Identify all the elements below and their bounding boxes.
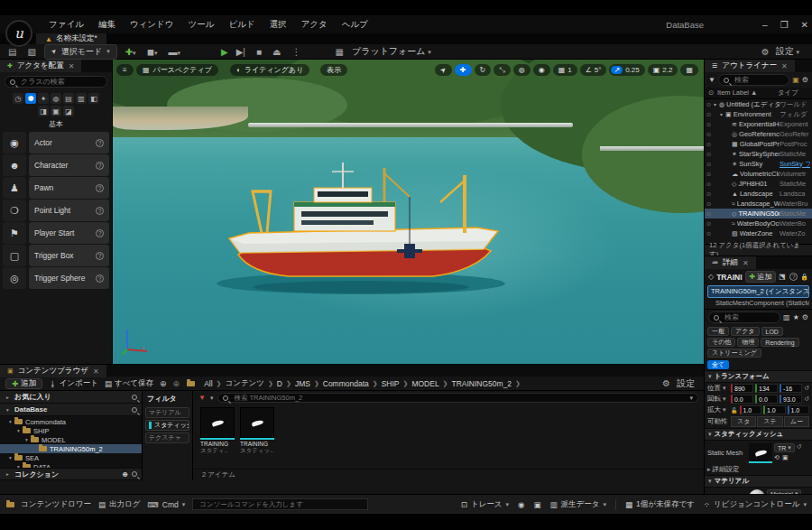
derived-data-dropdown[interactable]: ▥派生データ▾ <box>550 499 606 510</box>
add-content-button[interactable]: ✚追加 <box>5 378 42 389</box>
visibility-eye-icon[interactable]: ⊙ <box>706 161 714 167</box>
menu-item[interactable]: 編集 <box>91 17 123 33</box>
breadcrumb-item[interactable]: Commondata <box>323 379 369 388</box>
status-icon-1[interactable]: ◉ <box>518 500 524 509</box>
menu-item[interactable]: ウィンドウ <box>123 17 181 33</box>
output-log-button[interactable]: ▤出力ログ <box>98 499 140 510</box>
play-options-icon[interactable]: ⋮ <box>289 47 303 57</box>
folder-tree-row[interactable]: ▾ Commondata <box>0 417 142 426</box>
scale-z-field[interactable]: 1.0 <box>788 405 810 414</box>
show-dropdown[interactable]: 表示 <box>320 64 347 76</box>
outliner-row[interactable]: ⊙ ▧ WaterZone WaterZo <box>705 228 812 238</box>
outliner-row[interactable]: ⊙ ☁ VolumetricClou Volumetr <box>705 169 812 179</box>
save-all-button[interactable]: ▤すべて保存 <box>105 378 153 389</box>
actor-category-icon[interactable]: ◷ <box>13 93 23 104</box>
details-filter-chip[interactable]: Rendering <box>761 338 798 347</box>
actor-category-icon[interactable]: ▤ <box>63 93 74 104</box>
add-actor-icon[interactable]: ✚▾ <box>123 47 139 57</box>
visibility-eye-icon[interactable]: ⊙ <box>706 191 714 197</box>
asset-search[interactable]: ▾ <box>217 393 698 403</box>
surface-snap-toggle[interactable]: ◉ <box>533 64 550 76</box>
asset-tile[interactable]: TRAINING スタティ.. <box>200 407 235 466</box>
details-filter-chip[interactable]: LOD <box>761 327 783 336</box>
cinematics-icon[interactable]: ▬▾ <box>165 47 183 57</box>
breadcrumb-item[interactable]: TRAINING50m_2 <box>451 379 512 388</box>
outliner-search-input[interactable] <box>733 75 784 85</box>
eject-button[interactable]: ⏏ <box>270 47 283 57</box>
reset-icon[interactable]: ↺ <box>797 443 802 451</box>
details-search[interactable] <box>708 311 780 323</box>
visibility-eye-icon[interactable]: ⊙ <box>706 111 714 117</box>
menu-item[interactable]: 選択 <box>263 17 294 33</box>
grid-snap-toggle[interactable]: ▦1 <box>553 64 577 76</box>
outliner-row[interactable]: ⊙ ≈ WaterBodyOcean WaterBo <box>705 219 812 228</box>
menu-item[interactable]: ツール <box>181 17 222 33</box>
view-mode-dropdown[interactable]: ◐ ライティングあり <box>230 64 309 76</box>
filter-all-chip[interactable]: 全て <box>707 360 729 369</box>
scale-y-field[interactable]: 1.0 <box>763 405 786 414</box>
play-button[interactable]: ▶ <box>221 47 228 57</box>
outliner-tab[interactable]: ☰ アウトライナー ✕ <box>705 60 795 72</box>
unsaved-button[interactable]: ▦1個が未保存です <box>625 499 695 510</box>
class-search-input[interactable] <box>19 77 102 87</box>
breadcrumb-item[interactable]: MODEL <box>411 379 438 388</box>
outliner-column-headers[interactable]: ⊙ Item Label ▲ タイプ <box>705 88 812 99</box>
asset-filter-chip[interactable]: スタティックメッシュ <box>145 420 189 431</box>
folder-tree-row[interactable]: ▾ SEA <box>0 453 142 462</box>
expander-icon[interactable]: ▾ <box>15 428 22 433</box>
search-icon[interactable] <box>132 395 137 400</box>
minimize-button[interactable]: – <box>762 20 768 30</box>
instance-row[interactable]: TRAINING50m_2 (インスタンス) <box>707 285 809 298</box>
outliner-row[interactable]: ⊙ ☀ SunSky SunSky ブ <box>705 159 812 169</box>
details-tab[interactable]: ≔ 詳細 ✕ <box>705 256 756 269</box>
visibility-eye-icon[interactable]: ⊙ <box>706 121 714 127</box>
scale-x-field[interactable]: 1.0 <box>740 405 762 414</box>
actor-category-icon[interactable]: ◪ <box>63 106 74 116</box>
advanced-row[interactable]: ▸詳細設定 <box>705 464 812 475</box>
outliner-row[interactable]: ⊙ ▲ Landscape Landsca <box>705 189 812 199</box>
stop-button[interactable]: ■ <box>254 47 264 57</box>
help-icon[interactable]: ? <box>96 274 104 283</box>
forward-icon[interactable]: ⊕ <box>173 379 180 388</box>
editor-mode-dropdown[interactable]: ➤ 選択モード▾ <box>44 44 117 60</box>
placeable-actor-item[interactable]: ☻ Character ? <box>3 154 109 176</box>
content-drawer-button[interactable]: コンテンツドロワー <box>5 499 91 510</box>
breadcrumb-item[interactable]: コンテンツ <box>225 378 264 389</box>
search-icon[interactable] <box>132 471 137 477</box>
visibility-eye-icon[interactable]: ⊙ <box>706 101 714 107</box>
rotation-y-field[interactable]: 0.0 <box>755 395 778 404</box>
transform-section-header[interactable]: ▾トランスフォーム <box>705 370 812 383</box>
add-collection-icon[interactable]: ⊕ <box>122 470 128 479</box>
status-icon-2[interactable]: ▣ <box>534 500 541 509</box>
reset-icon[interactable]: ↺ <box>804 385 809 392</box>
details-search-input[interactable] <box>723 312 775 322</box>
outliner-row[interactable]: ⊙ ◇ TRAINING50m_2 StaticMe <box>705 209 812 219</box>
training-ship-selected[interactable] <box>208 150 514 303</box>
visibility-eye-icon[interactable]: ⊙ <box>706 230 714 237</box>
placeable-actor-item[interactable]: ❍ Point Light ? <box>3 200 109 221</box>
add-component-button[interactable]: ✚追加 <box>745 271 777 283</box>
move-tool[interactable]: ✚ <box>455 64 472 76</box>
menu-item[interactable]: ビルド <box>221 17 262 33</box>
scale-snap-toggle[interactable]: ↗0.25 <box>609 64 644 76</box>
world-space-toggle[interactable]: ◍ <box>513 64 531 76</box>
actor-category-icon[interactable]: ◨ <box>38 106 49 116</box>
frame-skip-button[interactable]: ▶| <box>234 47 248 57</box>
menu-item[interactable]: アクタ <box>294 17 335 33</box>
favorite-star-icon[interactable]: ★ <box>793 313 799 321</box>
breadcrumb-item[interactable]: All <box>204 379 212 388</box>
outliner-row[interactable]: ⊙ ◇ JPH8H01 StaticMe <box>705 179 812 189</box>
actor-category-icon[interactable]: ▣ <box>51 106 61 116</box>
level-viewport[interactable]: ≡ ▦ パースペクティブ ◐ ライティングあり 表示 ➤ ✚ ↻ ⤡ ◍ ◉ ▦… <box>113 60 704 364</box>
visibility-eye-icon[interactable]: ⊙ <box>706 181 714 187</box>
revision-control-dropdown[interactable]: ⁘リビジョンコントロール▾ <box>704 499 807 510</box>
mobility-option[interactable]: ステ <box>757 416 782 427</box>
database-header[interactable]: ▾DataBase <box>0 404 142 416</box>
place-actors-tab[interactable]: ✚ アクタを配置 ✕ <box>0 60 81 72</box>
placeable-actor-item[interactable]: ⚑ Player Start ? <box>3 222 109 244</box>
reset-icon[interactable]: ↺ <box>804 395 809 403</box>
close-button[interactable]: ✕ <box>801 20 808 30</box>
platform-dropdown[interactable]: プラットフォーム ▾ <box>352 45 431 58</box>
perspective-dropdown[interactable]: ▦ パースペクティブ <box>136 64 218 76</box>
actor-category-icon[interactable]: ✦ <box>38 93 49 104</box>
